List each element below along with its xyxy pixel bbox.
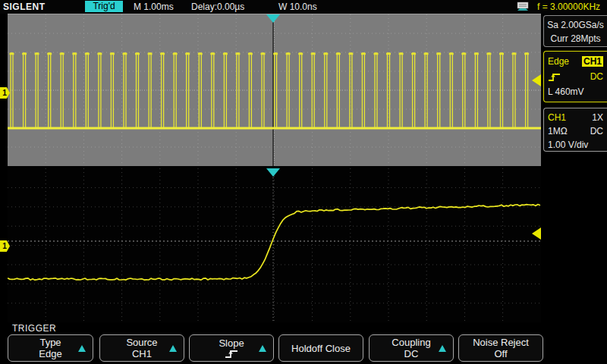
acquisition-panel: Sa 2.00GSa/s Curr 28Mpts xyxy=(543,15,607,47)
softkey-value: CH1 xyxy=(132,348,152,359)
impedance-label: 1MΩ xyxy=(548,126,568,136)
menu-section-title: TRIGGER xyxy=(12,323,56,334)
overview-plot xyxy=(8,14,541,166)
trigger-status-badge: Trig'd xyxy=(85,1,123,12)
softkey-value: Off xyxy=(494,348,507,359)
trigger-source-badge: CH1 xyxy=(582,56,603,67)
softkey-label: Slope xyxy=(219,337,244,349)
softkey-holdoff[interactable]: Holdoff Close xyxy=(278,334,363,362)
probe-attenuation-label: 1X xyxy=(592,112,603,123)
rising-edge-icon xyxy=(548,72,561,82)
softkey-coupling[interactable]: Coupling DC xyxy=(369,334,454,362)
softkey-noise-reject[interactable]: Noise Reject Off xyxy=(458,334,543,362)
window-timebase-readout: W 10.0ns xyxy=(278,2,317,12)
up-arrow-icon xyxy=(259,345,266,352)
channel1-info-panel[interactable]: CH1 1X 1MΩ DC 1.00 V/div xyxy=(543,108,607,152)
channel-name-label: CH1 xyxy=(548,112,566,123)
memory-depth-readout: Curr 28Mpts xyxy=(544,32,607,46)
softkey-label: Holdoff Close xyxy=(291,343,351,354)
top-status-bar: SIGLENT Trig'd M 1.00ms Delay:0.00µs W 1… xyxy=(0,0,607,14)
softkey-type[interactable]: Type Edge xyxy=(8,334,93,362)
zoom-position-marker-icon[interactable] xyxy=(266,168,280,177)
monitor-icon xyxy=(516,2,530,12)
softkey-label: Source xyxy=(126,337,157,348)
up-arrow-icon xyxy=(78,345,86,352)
frequency-counter-readout: f = 3.00000KHz xyxy=(537,2,600,12)
trigger-type-label: Edge xyxy=(548,56,569,67)
oscilloscope-screen: SIGLENT Trig'd M 1.00ms Delay:0.00µs W 1… xyxy=(0,0,607,364)
delay-readout: Delay:0.00µs xyxy=(191,2,244,12)
up-arrow-icon xyxy=(439,345,446,352)
trigger-info-panel[interactable]: Edge CH1 DC L 460mV xyxy=(543,51,607,102)
softkey-value: Edge xyxy=(39,348,61,359)
softkey-source[interactable]: Source CH1 xyxy=(99,334,184,362)
main-timebase-readout: M 1.00ms xyxy=(134,2,174,12)
softkey-label: Coupling xyxy=(392,337,430,348)
sample-rate-readout: Sa 2.00GSa/s xyxy=(544,18,607,32)
channel-coupling-label: DC xyxy=(590,126,603,136)
up-arrow-icon xyxy=(169,345,177,352)
softkey-slope[interactable]: Slope xyxy=(189,334,274,362)
trigger-coupling-label: DC xyxy=(590,71,603,82)
softkey-value: DC xyxy=(404,348,419,359)
rising-edge-icon xyxy=(224,349,239,359)
volts-per-div-readout: 1.00 V/div xyxy=(548,140,588,150)
softkey-label: Noise Reject xyxy=(473,337,529,348)
zoom-window-plot xyxy=(8,168,541,322)
brand-logo: SIGLENT xyxy=(3,2,46,12)
trigger-level-readout: L 460mV xyxy=(548,86,584,97)
trigger-position-marker-icon[interactable] xyxy=(266,14,280,23)
softkey-label: Type xyxy=(39,337,61,348)
